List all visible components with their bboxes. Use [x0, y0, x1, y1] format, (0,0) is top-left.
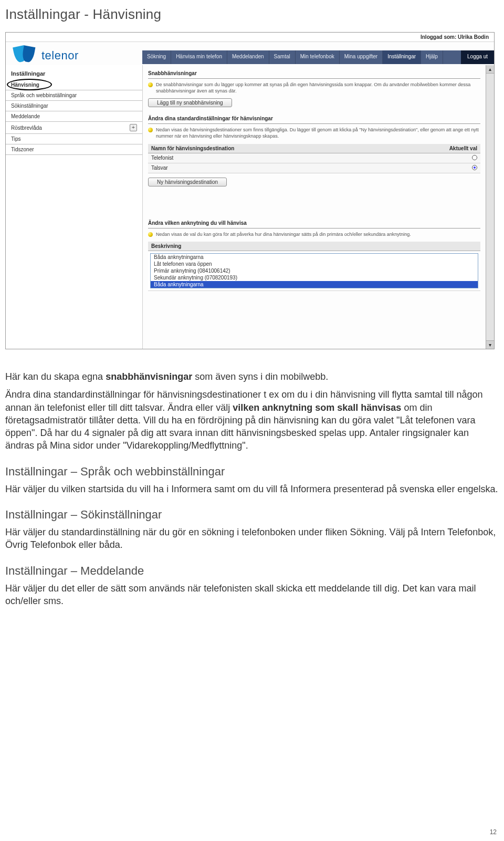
sidebar-item-label: Meddelande	[11, 113, 40, 119]
sidebar-item-label: Hänvisning	[11, 82, 39, 88]
h2-medd: Inställningar – Meddelande	[5, 564, 499, 578]
add-snabb-button[interactable]: Lägg till ny snabbhänvisning	[148, 98, 232, 107]
hint-text: De snabbhänvisningar som du lägger upp k…	[156, 82, 480, 94]
table-row: Talsvar	[148, 163, 480, 173]
panel-ankn-title: Ändra vilken anknytning du vill hänvisa	[148, 218, 480, 229]
login-user: Ulrika Bodin	[458, 34, 489, 40]
select-opt-selected[interactable]: Båda anknytningarna	[151, 281, 478, 288]
panel-snabb-title: Snabbhänvisningar	[148, 68, 480, 79]
login-label: Inloggad som:	[421, 34, 456, 40]
sidebar-item-label: Språk och webbinställningar	[11, 92, 77, 98]
select-opt[interactable]: Båda anknytningarna	[151, 254, 478, 261]
nav-telefonbok[interactable]: Min telefonbok	[296, 50, 340, 64]
main-nav: Sökning Hänvisa min telefon Meddelanden …	[142, 50, 494, 64]
top-login: Inloggad som: Ulrika Bodin	[6, 33, 494, 42]
brand-text: telenor	[41, 49, 79, 63]
ankn-select[interactable]: Båda anknytningarna Låt telefonen vara ö…	[150, 253, 478, 288]
nav-hanvisa[interactable]: Hänvisa min telefon	[171, 50, 227, 64]
intro-pre: Här kan du skapa egna	[5, 371, 106, 382]
panel-std-hint: Nedan visas de hänvisningsdestinationer …	[148, 127, 480, 139]
panel-std-title: Ändra dina standardinställningar för hän…	[148, 113, 480, 124]
expand-icon[interactable]: +	[130, 124, 137, 131]
sidebar-item-label: Tidszoner	[11, 147, 34, 152]
brand-mark-icon	[12, 46, 38, 65]
sidebar-item-label: Sökinställningar	[11, 103, 48, 109]
intro-paragraph: Här kan du skapa egna snabbhänvisningar …	[5, 370, 499, 383]
bulb-icon	[148, 82, 153, 87]
hint-text: Nedan visas de hänvisningsdestinationer …	[156, 127, 480, 139]
paragraph-4: Här väljer du standardinställning när du…	[5, 526, 499, 552]
sidebar-item-tips[interactable]: Tips	[6, 134, 142, 144]
sidebar-title: Inställningar	[6, 68, 142, 80]
logo-area: telenor	[6, 42, 142, 65]
panel-snabb-hint: De snabbhänvisningar som du lägger upp k…	[148, 82, 480, 94]
radio-talsvar[interactable]	[472, 165, 477, 170]
h2-sok: Inställningar – Sökinställningar	[5, 508, 499, 522]
logout-button[interactable]: Logga ut	[461, 50, 494, 64]
table-row: Telefonist	[148, 153, 480, 163]
hint-text: Nedan visas de val du kan göra för att p…	[156, 232, 411, 238]
dest-col-name: Namn för hänvisningsdestination	[148, 144, 388, 153]
panel-ankn-hint: Nedan visas de val du kan göra för att p…	[148, 232, 480, 238]
brand-logo: telenor	[12, 46, 142, 65]
nav-samtal[interactable]: Samtal	[269, 50, 296, 64]
doc-body: Här kan du skapa egna snabbhänvisningar …	[5, 370, 499, 607]
nav-hjalp[interactable]: Hjälp	[421, 50, 443, 64]
sidebar-item-hanvisning[interactable]: Hänvisning	[6, 80, 142, 90]
nav-installningar[interactable]: Inställningar	[383, 50, 421, 64]
new-dest-button[interactable]: Ny hänvisningsdestination	[148, 178, 227, 186]
bulb-icon	[148, 128, 153, 132]
select-opt[interactable]: Sekundär anknytning (0708200193)	[151, 274, 478, 281]
ankn-table: Beskrivning Båda anknytningarna Låt tele…	[148, 242, 480, 291]
intro-bold: snabbhänvisningar	[106, 371, 192, 382]
page-title: Inställningar - Hänvisning	[5, 6, 499, 23]
nav-uppgifter[interactable]: Mina uppgifter	[340, 50, 383, 64]
sidebar: Inställningar Hänvisning Språk och webbi…	[6, 65, 142, 349]
select-opt[interactable]: Låt telefonen vara öppen	[151, 261, 478, 267]
app-screenshot: Inloggad som: Ulrika Bodin telenor Sökni…	[5, 32, 495, 349]
paragraph-5: Här väljer du det eller de sätt som anvä…	[5, 582, 499, 608]
sidebar-item-rostbrevlada[interactable]: Röstbrevlåda +	[6, 122, 142, 134]
dest-row-name: Telefonist	[148, 153, 388, 163]
h2-sprak: Inställningar – Språk och webbinställnin…	[5, 465, 499, 479]
sidebar-item-label: Röstbrevlåda	[11, 125, 42, 131]
sidebar-item-label: Tips	[11, 136, 21, 142]
dest-table: Namn för hänvisningsdestination Aktuellt…	[148, 144, 480, 173]
main-panel: ▴ ▾ Snabbhänvisningar De snabbhänvisning…	[142, 65, 494, 349]
scroll-up-icon[interactable]: ▴	[486, 65, 494, 74]
sidebar-item-tidszoner[interactable]: Tidszoner	[6, 144, 142, 155]
sidebar-item-sprak[interactable]: Språk och webbinställningar	[6, 90, 142, 101]
radio-telefonist[interactable]	[472, 155, 477, 160]
intro-post: som även syns i din mobilwebb.	[192, 371, 328, 382]
dest-col-current: Aktuellt val	[388, 144, 480, 153]
scroll-down-icon[interactable]: ▾	[486, 340, 494, 349]
bulb-icon	[148, 232, 153, 237]
select-opt[interactable]: Primär anknytning (0841006142)	[151, 267, 478, 274]
scrollbar[interactable]: ▴ ▾	[486, 65, 494, 349]
nav-sokning[interactable]: Sökning	[142, 50, 171, 64]
p2b: vilken anknytning som skall hänvisas	[233, 402, 401, 413]
dest-row-name: Talsvar	[148, 163, 388, 173]
paragraph-2: Ändra dina standardinställningar för hän…	[5, 388, 499, 452]
paragraph-3: Här väljer du vilken startsida du vill h…	[5, 483, 499, 495]
sidebar-item-sok[interactable]: Sökinställningar	[6, 101, 142, 111]
nav-meddelanden[interactable]: Meddelanden	[227, 50, 269, 64]
sidebar-item-meddelande[interactable]: Meddelande	[6, 111, 142, 122]
ankn-col: Beskrivning	[148, 242, 480, 251]
